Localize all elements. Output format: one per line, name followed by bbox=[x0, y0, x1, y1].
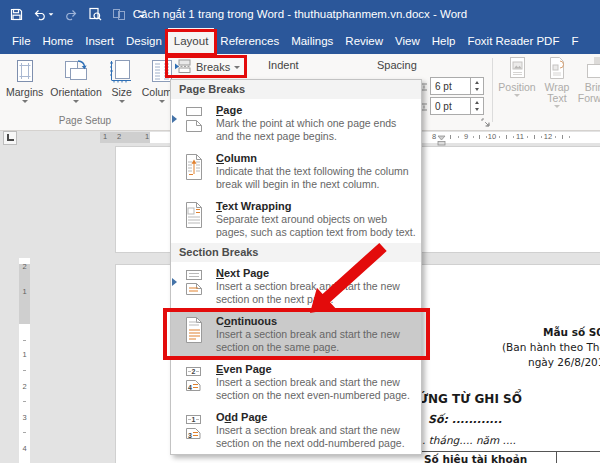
quick-access-toolbar bbox=[10, 0, 148, 28]
tab-layout[interactable]: Layout bbox=[168, 28, 215, 54]
undo-icon[interactable] bbox=[33, 8, 54, 21]
stepper-down-icon[interactable] bbox=[475, 88, 479, 91]
table-border-vertical bbox=[556, 451, 557, 463]
ruler-number: 2 bbox=[22, 382, 26, 391]
paragraph-dialog-launcher[interactable] bbox=[481, 113, 491, 123]
ruler-number: 10 bbox=[488, 132, 496, 141]
spacing-after-input[interactable]: 0 pt bbox=[430, 97, 484, 115]
tab-view[interactable]: View bbox=[389, 28, 426, 54]
tab-mailings[interactable]: Mailings bbox=[285, 28, 339, 54]
ruler-tick bbox=[479, 135, 480, 139]
margins-button[interactable]: Margins bbox=[4, 57, 45, 104]
page-setup-buttons: MarginsOrientationSizeColumns bbox=[0, 54, 170, 104]
bring-forward-label: Bring Forward bbox=[578, 82, 600, 104]
menu-item-title: Next Page bbox=[216, 267, 417, 280]
menu-item-column[interactable]: ColumnIndicate that the text following t… bbox=[171, 147, 421, 195]
menu-item-text-wrapping[interactable]: Text WrappingSeparate text around object… bbox=[171, 195, 421, 243]
tab-help[interactable]: Help bbox=[426, 28, 462, 54]
svg-text:1: 1 bbox=[192, 416, 196, 423]
print-preview-icon[interactable] bbox=[88, 7, 102, 21]
tab-file[interactable]: File bbox=[6, 28, 37, 54]
ruler-dot bbox=[458, 136, 459, 138]
indent-label: Indent bbox=[268, 59, 299, 71]
save-icon[interactable] bbox=[10, 8, 23, 21]
menu-item-text: Odd PageInsert a section break and start… bbox=[214, 411, 417, 450]
ruler-tick bbox=[23, 370, 26, 371]
odd-page-icon: 13 bbox=[174, 411, 214, 450]
size-button[interactable]: Size bbox=[107, 57, 137, 104]
menu-item-description: Separate text around objects on web page… bbox=[216, 213, 416, 239]
ruler-number: 8 bbox=[432, 132, 436, 141]
ruler-number: 1 bbox=[145, 132, 149, 141]
menu-item-description: Insert a section break and start the new… bbox=[216, 328, 416, 354]
tab-home[interactable]: Home bbox=[37, 28, 80, 54]
menu-item-page[interactable]: PageMark the point at which one page end… bbox=[171, 99, 421, 147]
doc-table-cell: Số hiệu tài khoản bbox=[424, 453, 527, 463]
ruler-dot bbox=[486, 136, 487, 138]
spacing-before-stepper[interactable] bbox=[470, 78, 483, 94]
position-icon bbox=[505, 56, 529, 82]
size-label: Size bbox=[112, 86, 132, 98]
menu-item-even-page[interactable]: 24Even PageInsert a section break and st… bbox=[171, 358, 421, 406]
menu-item-continuous[interactable]: ContinuousInsert a section break and sta… bbox=[171, 310, 421, 358]
tab-review[interactable]: Review bbox=[339, 28, 389, 54]
breaks-icon bbox=[174, 59, 192, 76]
ruler-number: 1 bbox=[22, 287, 26, 296]
doc-date-line: .... tháng.... năm .... bbox=[412, 434, 516, 446]
wrap-text-icon bbox=[545, 56, 569, 82]
tab-design[interactable]: Design bbox=[120, 28, 168, 54]
ruler-tick bbox=[450, 135, 451, 139]
doc-form-number: Mẫu số S0 bbox=[543, 326, 600, 338]
spacing-after-icon bbox=[421, 98, 428, 116]
tab-selector[interactable] bbox=[3, 131, 17, 145]
menu-item-title: Text Wrapping bbox=[216, 200, 417, 213]
wrap-text-button: Wrap Text bbox=[538, 56, 576, 108]
spacing-before-input[interactable]: 6 pt bbox=[430, 77, 484, 95]
orientation-button[interactable]: Orientation bbox=[48, 57, 103, 104]
tab-foxit-reader-pdf[interactable]: Foxit Reader PDF bbox=[461, 28, 565, 54]
svg-text:2: 2 bbox=[192, 368, 196, 375]
selected-marker-icon bbox=[172, 115, 177, 123]
bring-forward-icon bbox=[585, 56, 600, 82]
bring-forward-button: Bring Forward bbox=[578, 56, 600, 108]
layout-tab-highlight-box bbox=[165, 29, 218, 56]
ruler-number: 3 bbox=[22, 413, 26, 422]
doc-issued-line2: ngày 26/8/2016 củ bbox=[528, 356, 600, 368]
menu-item-text: Even PageInsert a section break and star… bbox=[214, 363, 417, 402]
dropdown-caret-icon bbox=[234, 66, 240, 69]
ruler-tick bbox=[23, 340, 26, 341]
selected-marker-icon bbox=[172, 278, 177, 286]
menu-item-title: Page bbox=[216, 104, 417, 117]
spacing-after-stepper[interactable] bbox=[470, 98, 483, 114]
orientation-icon bbox=[62, 58, 90, 86]
orientation-label: Orientation bbox=[50, 86, 101, 98]
ruler-number: 4 bbox=[22, 444, 26, 453]
margins-label: Margins bbox=[6, 86, 43, 98]
tab-insert[interactable]: Insert bbox=[79, 28, 120, 54]
ruler-number: 9 bbox=[464, 132, 468, 141]
ruler-dot bbox=[555, 136, 556, 138]
ruler-number: 12 bbox=[544, 132, 552, 141]
ruler-tick bbox=[506, 135, 507, 139]
menu-item-next-page[interactable]: Next PageInsert a section break and star… bbox=[171, 262, 421, 310]
breaks-button[interactable]: Breaks bbox=[171, 58, 243, 76]
tab-f[interactable]: F bbox=[565, 28, 584, 54]
tab-references[interactable]: References bbox=[214, 28, 285, 54]
ruler-number: 2 bbox=[22, 262, 26, 271]
pages-icon[interactable] bbox=[112, 8, 126, 21]
menu-item-description: Insert a section break and start the new… bbox=[216, 376, 416, 402]
stepper-up-icon[interactable] bbox=[475, 101, 479, 104]
window-title: Cách ngắt 1 trang trong Word - thuthuatp… bbox=[133, 8, 468, 20]
ruler-dot bbox=[473, 136, 474, 138]
page-break-icon bbox=[174, 104, 214, 143]
redo-icon[interactable] bbox=[64, 8, 78, 21]
vertical-ruler[interactable]: 211234 bbox=[19, 258, 30, 463]
dropdown-caret-icon bbox=[159, 100, 165, 103]
margins-icon bbox=[12, 58, 38, 86]
stepper-up-icon[interactable] bbox=[475, 81, 479, 84]
stepper-down-icon[interactable] bbox=[475, 108, 479, 111]
arrange-group: PositionWrap TextBring Forward bbox=[498, 56, 600, 108]
menu-item-odd-page[interactable]: 13Odd PageInsert a section break and sta… bbox=[171, 406, 421, 454]
group-separator bbox=[492, 58, 493, 122]
position-button: Position bbox=[498, 56, 536, 108]
